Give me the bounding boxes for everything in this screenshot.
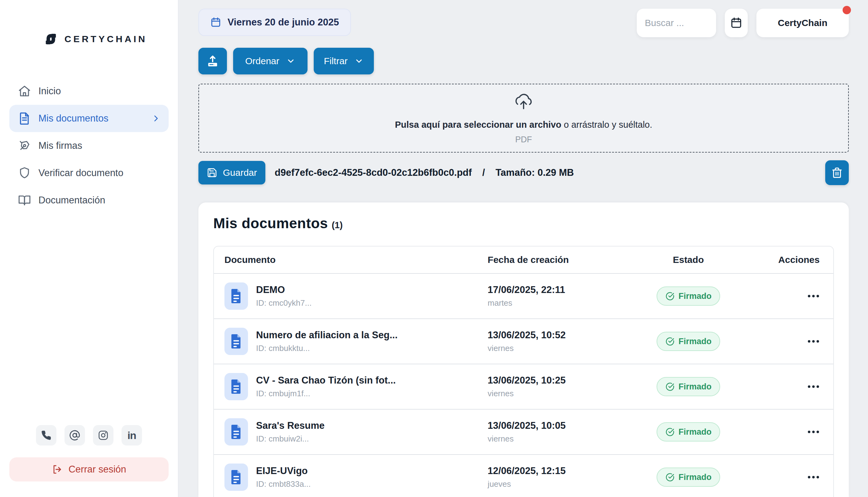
filter-label: Filtrar xyxy=(324,56,348,66)
dropzone-text-strong: Pulsa aquí para seleccionar un archivo xyxy=(395,120,561,130)
status-cell: Firmado xyxy=(641,332,734,351)
row-actions-button[interactable] xyxy=(807,292,820,300)
document-title: DEMO xyxy=(256,284,312,296)
notification-dot xyxy=(842,6,851,14)
sidebar-item-verificar-documento[interactable]: Verificar documento xyxy=(9,159,169,187)
document-icon xyxy=(225,418,248,445)
instagram-icon xyxy=(98,430,108,441)
home-icon xyxy=(17,84,32,98)
file-name: d9ef7efc-6ec2-4525-8cd0-02c12b6fb0c0.pdf xyxy=(275,167,472,178)
document-cell: CV - Sara Chao Tizón (sin fot... ID: cmb… xyxy=(214,373,487,400)
save-icon xyxy=(207,167,217,178)
document-weekday: viernes xyxy=(488,389,641,398)
chevron-down-icon xyxy=(354,56,364,66)
document-title: CV - Sara Chao Tizón (sin fot... xyxy=(256,375,396,386)
sort-label: Ordenar xyxy=(245,56,279,66)
table-row[interactable]: EIJE-UVigo ID: cmbt833a... 12/06/2025, 1… xyxy=(214,454,833,497)
actions-cell xyxy=(734,428,833,436)
document-id: ID: cmbukktu... xyxy=(256,343,398,353)
status-badge: Firmado xyxy=(656,468,721,487)
date-button[interactable]: Viernes 20 de junio 2025 xyxy=(198,9,351,36)
check-circle-icon xyxy=(665,382,675,391)
document-icon xyxy=(225,373,248,400)
linkedin-icon: in xyxy=(127,430,136,441)
chevron-right-icon xyxy=(151,114,161,123)
email-link[interactable] xyxy=(64,425,85,445)
document-id: ID: cmbt833a... xyxy=(256,479,310,489)
column-header-estado: Estado xyxy=(641,255,734,265)
sidebar-item-label: Mis documentos xyxy=(39,113,108,124)
row-actions-button[interactable] xyxy=(807,473,820,482)
section-title: Mis documentos (1) xyxy=(213,215,834,231)
status-badge-label: Firmado xyxy=(679,427,712,437)
file-dropzone[interactable]: Pulsa aquí para seleccionar un archivo o… xyxy=(198,84,849,153)
column-header-acciones: Acciones xyxy=(734,255,833,265)
status-cell: Firmado xyxy=(641,422,734,441)
document-datetime: 12/06/2025, 12:15 xyxy=(488,465,641,477)
sidebar-item-inicio[interactable]: Inicio xyxy=(9,77,169,105)
sidebar-item-label: Mis firmas xyxy=(39,140,82,151)
document-id: ID: cmc0ykh7... xyxy=(256,298,312,308)
account-label: CertyChain xyxy=(778,18,827,28)
logout-label: Cerrar sesión xyxy=(69,464,126,475)
at-sign-icon xyxy=(69,430,80,441)
row-actions-button[interactable] xyxy=(807,428,820,436)
documents-count: (1) xyxy=(332,220,343,230)
linkedin-link[interactable]: in xyxy=(121,425,142,445)
calendar-button[interactable] xyxy=(725,9,748,37)
file-meta: d9ef7efc-6ec2-4525-8cd0-02c12b6fb0c0.pdf… xyxy=(275,167,574,178)
calendar-icon xyxy=(210,17,221,28)
upload-button[interactable] xyxy=(198,48,227,74)
document-datetime: 17/06/2025, 22:11 xyxy=(488,284,641,296)
logout-button[interactable]: Cerrar sesión xyxy=(9,457,169,482)
trash-icon xyxy=(831,167,843,179)
creation-date-cell: 17/06/2025, 22:11 martes xyxy=(487,284,641,308)
save-button[interactable]: Guardar xyxy=(198,161,265,184)
status-badge-label: Firmado xyxy=(679,382,712,392)
phone-link[interactable] xyxy=(36,425,56,445)
document-datetime: 13/06/2025, 10:25 xyxy=(488,375,641,386)
file-size: Tamaño: 0.29 MB xyxy=(495,167,574,178)
documents-section: Mis documentos (1) Documento Fecha de cr… xyxy=(198,202,849,497)
filter-button[interactable]: Filtrar xyxy=(314,48,374,74)
document-title: Numero de afiliacion a la Seg... xyxy=(256,330,398,341)
table-row[interactable]: Sara's Resume ID: cmbuiw2i... 13/06/2025… xyxy=(214,409,833,454)
delete-file-button[interactable] xyxy=(825,160,849,185)
cloud-upload-icon xyxy=(514,92,533,111)
sidebar-item-mis-documentos[interactable]: Mis documentos xyxy=(9,105,169,132)
actions-cell xyxy=(734,292,833,300)
column-header-fecha: Fecha de creación xyxy=(487,255,641,265)
document-icon xyxy=(225,282,248,310)
table-row[interactable]: Numero de afiliacion a la Seg... ID: cmb… xyxy=(214,318,833,364)
document-title: EIJE-UVigo xyxy=(256,465,310,477)
sidebar-footer: in Cerrar sesión xyxy=(0,425,178,482)
pen-nib-icon xyxy=(17,139,32,153)
sidebar: CERTYCHAIN Inicio Mis documentos xyxy=(0,0,178,497)
column-header-documento: Documento xyxy=(214,255,487,265)
actions-cell xyxy=(734,473,833,482)
document-cell: EIJE-UVigo ID: cmbt833a... xyxy=(214,464,487,491)
file-text-icon xyxy=(17,111,32,126)
account-button[interactable]: CertyChain xyxy=(756,9,849,37)
status-cell: Firmado xyxy=(641,377,734,396)
search-input[interactable] xyxy=(637,9,716,37)
table-header: Documento Fecha de creación Estado Accio… xyxy=(214,246,833,273)
save-label: Guardar xyxy=(223,167,257,178)
document-cell: Sara's Resume ID: cmbuiw2i... xyxy=(214,418,487,445)
brand-logo-text: CERTYCHAIN xyxy=(64,34,147,44)
sidebar-item-mis-firmas[interactable]: Mis firmas xyxy=(9,132,169,159)
book-open-icon xyxy=(17,193,32,208)
document-id: ID: cmbujm1f... xyxy=(256,389,396,398)
table-row[interactable]: DEMO ID: cmc0ykh7... 17/06/2025, 22:11 m… xyxy=(214,273,833,318)
table-row[interactable]: CV - Sara Chao Tizón (sin fot... ID: cmb… xyxy=(214,364,833,409)
instagram-link[interactable] xyxy=(93,425,114,445)
sort-button[interactable]: Ordenar xyxy=(233,48,307,74)
check-circle-icon xyxy=(665,472,675,482)
creation-date-cell: 13/06/2025, 10:52 viernes xyxy=(487,330,641,353)
row-actions-button[interactable] xyxy=(807,382,820,391)
check-circle-icon xyxy=(665,427,675,437)
topbar: Viernes 20 de junio 2025 CertyChain xyxy=(198,9,849,37)
actions-cell xyxy=(734,382,833,391)
sidebar-item-documentacion[interactable]: Documentación xyxy=(9,187,169,214)
row-actions-button[interactable] xyxy=(807,337,820,346)
